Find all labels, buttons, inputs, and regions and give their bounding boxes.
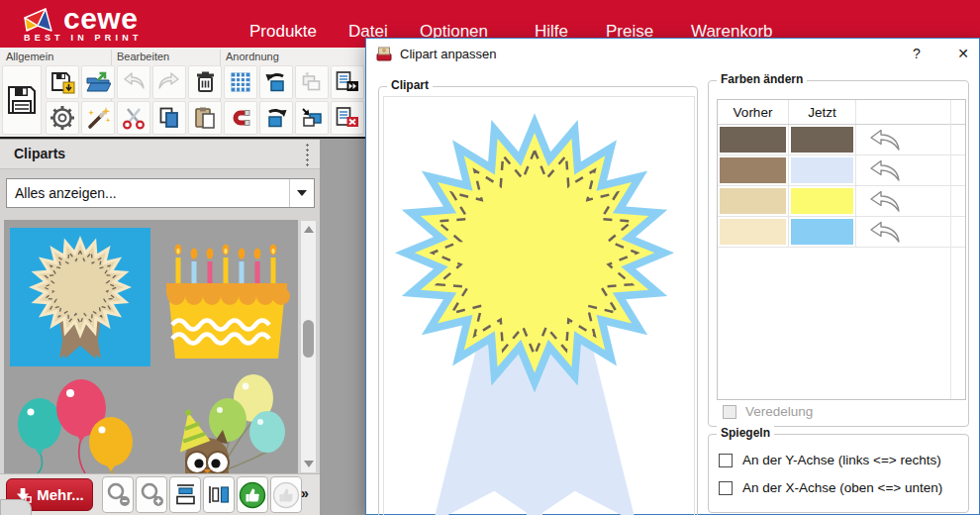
zoom-out-icon xyxy=(105,481,132,508)
scroll-down-icon[interactable] xyxy=(304,461,314,467)
clipart-filter-dropdown[interactable]: Alles anzeigen... xyxy=(6,178,315,208)
scroll-up-icon[interactable] xyxy=(304,226,314,233)
scissors-icon xyxy=(121,105,147,131)
column-actions xyxy=(856,100,965,124)
award-clipart-art xyxy=(384,97,694,515)
clipart-thumb-award[interactable] xyxy=(10,228,150,366)
save-button[interactable] xyxy=(2,65,42,135)
zoom-out-button[interactable] xyxy=(102,476,134,513)
dialog-app-icon xyxy=(376,46,392,61)
swatch-vorher-1[interactable] xyxy=(720,127,786,153)
brand-tagline: BEST IN PRINT xyxy=(24,33,143,43)
column-jetzt: Jetzt xyxy=(789,100,856,124)
expand-panel-chevron[interactable]: » xyxy=(301,485,309,501)
distribute-horizontal-icon xyxy=(172,481,199,508)
distribute-vertical-button[interactable] xyxy=(203,476,235,513)
save-as-button[interactable] xyxy=(46,65,79,99)
page-forward-button[interactable] xyxy=(331,65,364,99)
swatch-jetzt-2[interactable] xyxy=(791,157,853,183)
scrollbar-thumb[interactable] xyxy=(303,320,314,358)
thumbs-up-disabled-icon xyxy=(272,481,300,509)
menu-produkte[interactable]: Produkte xyxy=(249,22,317,42)
cliparts-panel-header: Cliparts xyxy=(0,140,320,169)
cut-button[interactable] xyxy=(117,101,150,135)
cewe-logo-icon xyxy=(22,6,55,36)
swatch-vorher-3[interactable] xyxy=(720,188,786,214)
dialog-title: Clipart anpassen xyxy=(400,47,497,61)
clipart-thumb-balloons[interactable] xyxy=(10,370,150,473)
approve-disabled-button xyxy=(270,476,302,513)
settings-button[interactable] xyxy=(46,101,79,135)
cake-thumb-art xyxy=(156,228,297,366)
dropdown-arrow-button[interactable] xyxy=(289,179,314,207)
open-button[interactable] xyxy=(81,65,115,99)
undo-button xyxy=(117,65,150,99)
distribute-vertical-icon xyxy=(206,481,233,508)
distribute-horizontal-button[interactable] xyxy=(169,476,201,513)
reset-color-3[interactable] xyxy=(856,186,965,216)
cewe-logo: cewe xyxy=(22,6,138,36)
redo-button xyxy=(152,65,186,99)
undo-icon xyxy=(121,69,147,95)
swatch-jetzt-3[interactable] xyxy=(791,188,853,214)
cliparts-scrollbar[interactable] xyxy=(300,220,317,473)
mirror-group-label: Spiegeln xyxy=(717,426,774,440)
group-label-bearbeiten: Bearbeiten xyxy=(117,51,169,62)
magnet-button[interactable] xyxy=(224,101,257,135)
zoom-in-button[interactable] xyxy=(136,476,167,513)
wizard-button[interactable] xyxy=(81,101,115,135)
mirror-x-label[interactable]: An der X-Achse (oben <=> unten) xyxy=(742,480,942,495)
undo-arrow-icon xyxy=(866,220,902,244)
mirror-y-label[interactable]: An der Y-Achse (links <=> rechts) xyxy=(742,453,941,467)
rotate-left-icon xyxy=(263,69,289,95)
panel-title: Cliparts xyxy=(14,146,65,161)
rotate-right-button[interactable] xyxy=(259,101,293,135)
color-row-3 xyxy=(718,186,965,217)
trash-icon xyxy=(192,69,218,95)
dialog-titlebar[interactable]: Clipart anpassen ? ✕ xyxy=(366,39,979,68)
redo-icon xyxy=(156,69,182,95)
copy-button[interactable] xyxy=(152,101,186,135)
mirror-y-checkbox[interactable] xyxy=(719,454,733,467)
dialog-close-button[interactable]: ✕ xyxy=(948,43,978,64)
zoom-in-icon xyxy=(139,481,165,508)
thumbs-up-icon xyxy=(239,481,266,509)
copy-icon xyxy=(156,105,182,131)
delete-button[interactable] xyxy=(188,65,222,99)
corner-popup-edge xyxy=(0,499,32,515)
swatch-jetzt-1[interactable] xyxy=(791,127,853,153)
mehr-label: Mehr... xyxy=(37,486,84,503)
grid-icon xyxy=(228,69,253,95)
clipart-preview xyxy=(383,96,695,515)
approve-button[interactable] xyxy=(237,476,268,513)
magnet-icon xyxy=(228,105,253,131)
swatch-vorher-4[interactable] xyxy=(720,219,786,245)
clipart-thumb-cake[interactable] xyxy=(156,228,297,366)
dialog-help-button[interactable]: ? xyxy=(902,43,931,64)
mirror-x-checkbox[interactable] xyxy=(719,481,733,495)
mirror-y-option: An der Y-Achse (links <=> rechts) xyxy=(719,453,941,467)
rotate-left-button[interactable] xyxy=(259,65,293,99)
swatch-vorher-2[interactable] xyxy=(720,157,786,183)
swatch-jetzt-4[interactable] xyxy=(791,219,853,245)
panel-drag-handle-icon[interactable] xyxy=(305,143,310,166)
clipart-group-label: Clipart xyxy=(387,78,433,92)
color-table-scroll-column xyxy=(950,100,951,399)
mirror-x-option: An der X-Achse (oben <=> unten) xyxy=(719,480,942,495)
color-row-4 xyxy=(718,217,965,248)
clipart-thumb-owl[interactable] xyxy=(156,370,297,473)
page-delete-button[interactable] xyxy=(331,101,364,135)
colors-group: Farben ändern Vorher Jetzt xyxy=(708,80,969,427)
mirror-group: Spiegeln An der Y-Achse (links <=> recht… xyxy=(708,434,969,513)
reset-color-2[interactable] xyxy=(856,155,965,185)
paste-button[interactable] xyxy=(188,101,222,135)
page-forward-icon xyxy=(335,69,360,95)
group-objects-icon xyxy=(299,69,325,95)
reset-color-4[interactable] xyxy=(856,217,965,247)
owl-thumb-art xyxy=(156,370,297,473)
bring-front-button[interactable] xyxy=(295,101,329,135)
reset-color-1[interactable] xyxy=(856,125,965,154)
undo-arrow-icon xyxy=(866,128,902,152)
grid-button[interactable] xyxy=(224,65,257,99)
rotate-right-icon xyxy=(263,105,289,131)
